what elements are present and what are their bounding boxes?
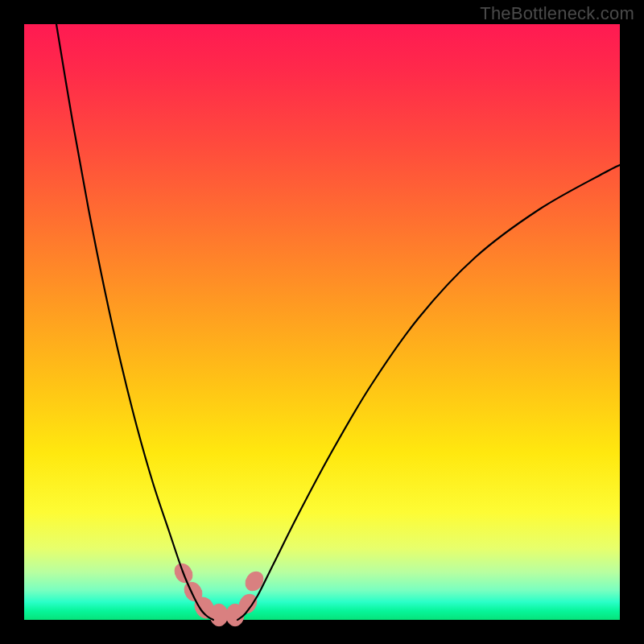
valley-marker [242, 568, 267, 594]
chart-frame: TheBottleneck.com [0, 0, 644, 644]
watermark-text: TheBottleneck.com [480, 3, 634, 24]
curve-left-branch [56, 24, 213, 620]
plot-area [24, 24, 620, 620]
curve-right-branch [237, 165, 620, 620]
valley-marker [210, 604, 228, 626]
plot-svg [24, 24, 620, 620]
blobs-layer [171, 560, 267, 626]
